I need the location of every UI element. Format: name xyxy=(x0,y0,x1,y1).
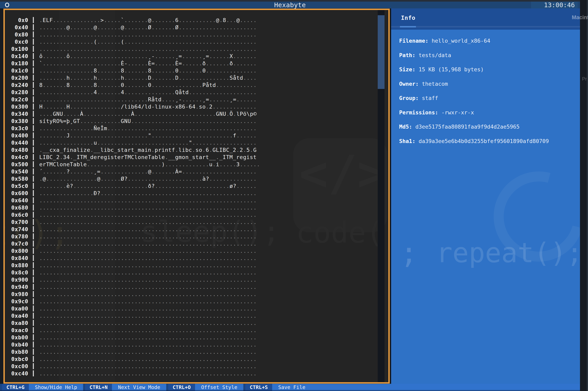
ascii-bytes[interactable]: ........................................… xyxy=(39,269,257,276)
ascii-bytes[interactable]: ........................................… xyxy=(39,298,257,304)
hex-row[interactable]: 0x1c0................8.......8.......8..… xyxy=(5,67,260,74)
ascii-bytes[interactable]: ................................Råtd....… xyxy=(39,96,257,102)
hex-row[interactable]: 0xac0...................................… xyxy=(5,326,260,334)
hex-row[interactable]: 0x940...................................… xyxy=(5,283,260,291)
hex-row[interactable]: 0x540´.......?.......¸=..............@..… xyxy=(5,168,260,175)
hex-row[interactable]: 0x180`.......................È-......È=.… xyxy=(5,60,260,67)
hex-row[interactable]: 0x800...................................… xyxy=(5,247,260,254)
ascii-bytes[interactable]: ................(.......(...............… xyxy=(39,39,257,45)
ascii-bytes[interactable]: ........................................… xyxy=(39,284,257,290)
ascii-bytes[interactable]: ........................................… xyxy=(39,46,257,52)
ascii-bytes[interactable]: ........................................… xyxy=(39,305,257,312)
hex-scrollbar[interactable] xyxy=(378,10,385,382)
hex-row[interactable]: 0x400........J......................."..… xyxy=(5,132,260,139)
ascii-bytes[interactable]: ........................................… xyxy=(39,197,257,203)
hex-row[interactable]: 0x780...................................… xyxy=(5,233,260,240)
hex-row[interactable]: 0x6c0...................................… xyxy=(5,211,260,218)
hex-row[interactable]: 0xa00...................................… xyxy=(5,305,260,312)
ascii-bytes[interactable]: ........è?......................ð?......… xyxy=(39,183,257,189)
hex-row[interactable]: 0x9c0...................................… xyxy=(5,298,260,305)
hex-row[interactable]: 0x140ô.......ô.......................¸-.… xyxy=(5,52,260,60)
ascii-bytes[interactable]: ....GNU.....À..............À............… xyxy=(39,111,257,117)
hex-row[interactable]: 0x580.@...............@......Ø?.........… xyxy=(5,175,260,182)
hex-row[interactable]: 0xc00...................................… xyxy=(5,363,260,370)
hex-row[interactable]: 0x440................u..................… xyxy=(5,139,260,146)
ascii-bytes[interactable]: ........................................… xyxy=(39,255,257,261)
ascii-bytes[interactable]: ô.......ô.......................¸-......… xyxy=(39,53,257,59)
hex-row[interactable]: 0x340....GNU.....À..............À.......… xyxy=(5,110,260,117)
ascii-bytes[interactable]: ........J.......................".......… xyxy=(39,132,257,139)
ascii-bytes[interactable]: `.......................È-......È=......… xyxy=(39,60,257,67)
hex-row[interactable]: 0x200........h.......h.......h.......D..… xyxy=(5,74,260,81)
hex-row[interactable]: 0xc40...................................… xyxy=(5,370,260,377)
hex-row[interactable]: 0xc0................(.......(...........… xyxy=(5,38,260,45)
ascii-bytes[interactable]: ........................................… xyxy=(39,320,257,326)
hex-row[interactable]: 0x280................4.......4..........… xyxy=(5,89,260,96)
hex-row[interactable]: 0xb00...................................… xyxy=(5,334,260,341)
ascii-bytes[interactable]: ........................................… xyxy=(39,31,257,38)
ascii-bytes[interactable]: ................4.......4...............… xyxy=(39,89,257,95)
hex-row[interactable]: 0x5c0........è?......................ð?.… xyxy=(5,182,260,190)
hex-row[interactable]: 0x8c0...................................… xyxy=(5,269,260,276)
hex-row[interactable]: 0x600................Ð?.................… xyxy=(5,190,260,197)
ascii-bytes[interactable]: 8.......8.......8.......0.......0.......… xyxy=(39,82,257,88)
hex-row[interactable]: 0x880...................................… xyxy=(5,262,260,269)
hex-row[interactable]: 0x2408.......8.......8.......0.......0..… xyxy=(5,81,260,89)
hex-row[interactable]: 0x4c0LIBC_2.34._ITM_deregisterTMCloneTab… xyxy=(5,153,260,161)
ascii-bytes[interactable]: ........................................… xyxy=(39,226,257,232)
hex-row[interactable]: 0x640...................................… xyxy=(5,197,260,204)
ascii-bytes[interactable]: ........................................… xyxy=(39,204,257,211)
ascii-bytes[interactable]: ................8.......8.......8.......… xyxy=(39,68,257,74)
hex-row[interactable]: 0xbc0...................................… xyxy=(5,355,260,363)
ascii-bytes[interactable]: ........................................… xyxy=(39,356,257,362)
ascii-bytes[interactable]: ........................................… xyxy=(39,248,257,254)
hex-row[interactable]: 0x7c0...................................… xyxy=(5,240,260,247)
hex-row[interactable]: 0x300H.......H.............../lib64/ld-l… xyxy=(5,103,260,110)
ascii-bytes[interactable]: ........................................… xyxy=(39,334,257,341)
hex-row[interactable]: 0x900...................................… xyxy=(5,276,260,283)
hex-row[interactable]: 0x740...................................… xyxy=(5,225,260,233)
tab-info[interactable]: Info xyxy=(401,14,415,21)
ascii-bytes[interactable]: ........................................… xyxy=(39,370,257,377)
ascii-bytes[interactable]: ........................................… xyxy=(39,212,257,218)
ascii-bytes[interactable]: ........................................… xyxy=(39,219,257,225)
hex-row[interactable]: 0xa80...................................… xyxy=(5,319,260,326)
hex-row[interactable]: 0x500erTMCloneTable.....................… xyxy=(5,161,260,168)
hex-row[interactable]: 0x40........@.......@.......@.......Ø...… xyxy=(5,24,260,31)
ascii-bytes[interactable]: ........................................… xyxy=(39,313,257,319)
hex-row[interactable]: 0x80....................................… xyxy=(5,31,260,38)
ascii-bytes[interactable]: ........................................… xyxy=(39,277,257,283)
ascii-bytes[interactable]: ........................................… xyxy=(39,363,257,369)
ascii-bytes[interactable]: ........@.......@.......@.......Ø.......… xyxy=(39,24,257,30)
ascii-bytes[interactable]: ................ÑeÎm....................… xyxy=(39,125,257,131)
hex-row[interactable]: 0x840...................................… xyxy=(5,254,260,262)
hex-row[interactable]: 0xb80...................................… xyxy=(5,348,260,355)
ascii-bytes[interactable]: ........................................… xyxy=(39,342,257,348)
ascii-bytes[interactable]: H.......H.............../lib64/ld-linux-… xyxy=(39,103,257,110)
ascii-bytes[interactable]: ........................................… xyxy=(39,349,257,355)
ascii-bytes[interactable]: ................u.......................… xyxy=(39,140,257,146)
hex-row[interactable]: 0x2c0................................Råt… xyxy=(5,96,260,103)
ascii-bytes[interactable]: LIBC_2.34._ITM_deregisterTMCloneTable.__… xyxy=(39,154,256,160)
ascii-bytes[interactable]: ........................................… xyxy=(39,241,257,247)
hex-row[interactable]: 0x700...................................… xyxy=(5,218,260,225)
hex-row[interactable]: 0xa40...................................… xyxy=(5,312,260,319)
ascii-bytes[interactable]: .@...............@......Ø?..............… xyxy=(39,176,257,182)
ascii-bytes[interactable]: .ELF..............>.....`.......@.......… xyxy=(39,17,257,23)
ascii-bytes[interactable]: erTMCloneTable......................)...… xyxy=(39,161,260,168)
ascii-bytes[interactable]: ........................................… xyxy=(39,262,257,268)
ascii-bytes[interactable]: ........h.......h.......h.......D.......… xyxy=(39,75,257,81)
hex-row[interactable]: 0x380sítyRO%=þ¸GT............GNU........… xyxy=(5,117,260,125)
hex-row[interactable]: 0x3c0................ÑeÎm...............… xyxy=(5,125,260,132)
hex-viewer[interactable]: t(); sleep(); </> code() 0x0.ELF........… xyxy=(3,9,390,384)
ascii-bytes[interactable]: sítyRO%=þ¸GT............GNU.............… xyxy=(39,118,257,124)
hex-row[interactable]: 0x0.ELF..............>.....`.......@....… xyxy=(5,16,260,24)
ascii-bytes[interactable]: ........................................… xyxy=(39,291,257,297)
hex-row[interactable]: 0x680...................................… xyxy=(5,204,260,211)
ascii-bytes[interactable]: ................Ð?......................… xyxy=(39,190,257,196)
ascii-bytes[interactable]: ´.......?.......¸=..............@.......… xyxy=(39,169,257,175)
ascii-bytes[interactable]: ........................................… xyxy=(39,233,257,240)
ascii-bytes[interactable]: .__cxa_finalize.__libc_start_main.printf… xyxy=(39,147,256,153)
ascii-bytes[interactable]: ........................................… xyxy=(39,327,257,333)
scrollbar-thumb[interactable] xyxy=(378,15,385,89)
